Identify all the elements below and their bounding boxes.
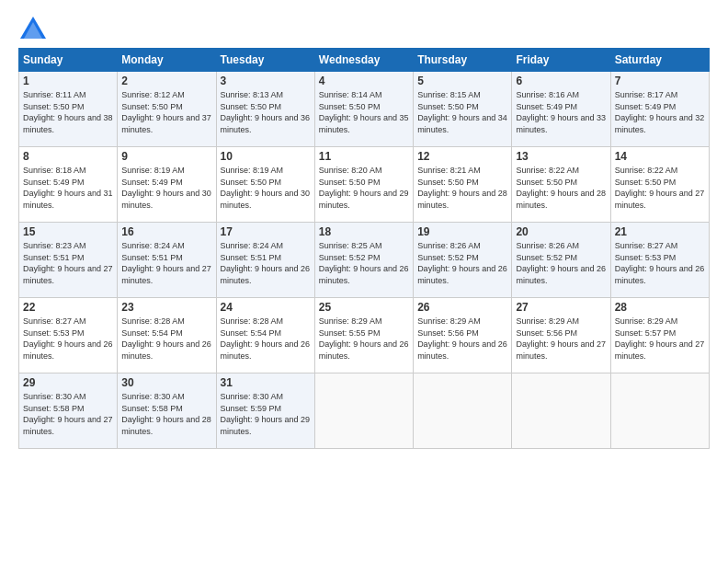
daylight: Daylight: 9 hours and 26 minutes. — [417, 264, 507, 285]
daylight: Daylight: 9 hours and 29 minutes. — [221, 415, 311, 436]
sunrise: Sunrise: 8:20 AM — [319, 166, 382, 175]
day-content: Sunrise: 8:16 AM Sunset: 5:49 PM Dayligh… — [516, 89, 606, 135]
daylight: Daylight: 9 hours and 32 minutes. — [615, 113, 705, 134]
day-header-wednesday: Wednesday — [314, 49, 413, 72]
sunset: Sunset: 5:57 PM — [615, 328, 677, 338]
sunset: Sunset: 5:51 PM — [221, 253, 282, 262]
sunrise: Sunrise: 8:29 AM — [615, 316, 678, 326]
sunset: Sunset: 5:49 PM — [121, 178, 183, 187]
sunrise: Sunrise: 8:24 AM — [221, 241, 284, 250]
sunset: Sunset: 5:49 PM — [23, 178, 85, 187]
sunrise: Sunrise: 8:19 AM — [221, 166, 284, 175]
day-number: 8 — [23, 150, 113, 163]
day-content: Sunrise: 8:22 AM Sunset: 5:50 PM Dayligh… — [615, 165, 705, 211]
daylight: Daylight: 9 hours and 29 minutes. — [319, 189, 409, 210]
daylight: Daylight: 9 hours and 26 minutes. — [417, 339, 507, 361]
calendar-cell: 27 Sunrise: 8:29 AM Sunset: 5:56 PM Dayl… — [512, 298, 610, 373]
day-number: 12 — [417, 150, 507, 163]
calendar-cell: 18 Sunrise: 8:25 AM Sunset: 5:52 PM Dayl… — [314, 223, 413, 298]
calendar-cell: 5 Sunrise: 8:15 AM Sunset: 5:50 PM Dayli… — [414, 72, 512, 147]
sunset: Sunset: 5:56 PM — [516, 328, 577, 338]
week-row-1: 1 Sunrise: 8:11 AM Sunset: 5:50 PM Dayli… — [19, 72, 710, 147]
calendar-cell: 23 Sunrise: 8:28 AM Sunset: 5:54 PM Dayl… — [118, 298, 216, 373]
sunset: Sunset: 5:50 PM — [417, 102, 479, 111]
calendar-cell: 14 Sunrise: 8:22 AM Sunset: 5:50 PM Dayl… — [610, 147, 709, 223]
sunset: Sunset: 5:50 PM — [221, 102, 282, 111]
day-number: 1 — [23, 75, 113, 87]
day-content: Sunrise: 8:11 AM Sunset: 5:50 PM Dayligh… — [23, 89, 113, 135]
day-header-friday: Friday — [512, 49, 610, 72]
day-header-saturday: Saturday — [610, 49, 709, 72]
calendar-cell: 1 Sunrise: 8:11 AM Sunset: 5:50 PM Dayli… — [19, 72, 118, 147]
day-number: 22 — [23, 301, 113, 314]
calendar-cell: 15 Sunrise: 8:23 AM Sunset: 5:51 PM Dayl… — [19, 223, 118, 298]
sunset: Sunset: 5:52 PM — [417, 253, 479, 262]
sunrise: Sunrise: 8:21 AM — [417, 166, 481, 175]
day-number: 4 — [319, 75, 409, 87]
day-number: 29 — [23, 376, 113, 389]
day-number: 7 — [615, 75, 705, 87]
sunrise: Sunrise: 8:29 AM — [417, 316, 481, 326]
sunrise: Sunrise: 8:29 AM — [516, 316, 579, 326]
sunset: Sunset: 5:49 PM — [615, 102, 677, 111]
day-number: 2 — [121, 75, 211, 87]
calendar-cell: 20 Sunrise: 8:26 AM Sunset: 5:52 PM Dayl… — [512, 223, 610, 298]
sunrise: Sunrise: 8:16 AM — [516, 90, 579, 99]
day-content: Sunrise: 8:28 AM Sunset: 5:54 PM Dayligh… — [121, 316, 211, 362]
sunrise: Sunrise: 8:19 AM — [121, 166, 185, 175]
sunrise: Sunrise: 8:18 AM — [23, 166, 86, 175]
sunset: Sunset: 5:50 PM — [516, 178, 577, 187]
day-content: Sunrise: 8:25 AM Sunset: 5:52 PM Dayligh… — [319, 240, 409, 286]
sunrise: Sunrise: 8:25 AM — [319, 241, 382, 250]
daylight: Daylight: 9 hours and 27 minutes. — [615, 189, 705, 210]
day-content: Sunrise: 8:27 AM Sunset: 5:53 PM Dayligh… — [615, 240, 705, 286]
day-header-tuesday: Tuesday — [216, 49, 314, 72]
day-number: 16 — [121, 225, 211, 238]
daylight: Daylight: 9 hours and 27 minutes. — [121, 264, 211, 285]
day-number: 9 — [121, 150, 211, 163]
day-content: Sunrise: 8:29 AM Sunset: 5:55 PM Dayligh… — [319, 316, 409, 362]
sunrise: Sunrise: 8:27 AM — [615, 241, 678, 250]
calendar-cell: 21 Sunrise: 8:27 AM Sunset: 5:53 PM Dayl… — [610, 223, 709, 298]
day-content: Sunrise: 8:22 AM Sunset: 5:50 PM Dayligh… — [516, 165, 606, 211]
calendar-cell: 4 Sunrise: 8:14 AM Sunset: 5:50 PM Dayli… — [314, 72, 413, 147]
calendar-cell: 26 Sunrise: 8:29 AM Sunset: 5:56 PM Dayl… — [414, 298, 512, 373]
daylight: Daylight: 9 hours and 26 minutes. — [121, 339, 211, 361]
day-header-thursday: Thursday — [414, 49, 512, 72]
day-content: Sunrise: 8:24 AM Sunset: 5:51 PM Dayligh… — [121, 240, 211, 286]
logo-icon — [18, 15, 48, 40]
calendar-cell: 28 Sunrise: 8:29 AM Sunset: 5:57 PM Dayl… — [610, 298, 709, 373]
day-content: Sunrise: 8:19 AM Sunset: 5:50 PM Dayligh… — [221, 165, 311, 211]
day-number: 20 — [516, 225, 606, 238]
calendar-cell: 2 Sunrise: 8:12 AM Sunset: 5:50 PM Dayli… — [118, 72, 216, 147]
daylight: Daylight: 9 hours and 28 minutes. — [417, 189, 507, 210]
day-number: 15 — [23, 225, 113, 238]
day-number: 30 — [121, 376, 211, 389]
daylight: Daylight: 9 hours and 37 minutes. — [121, 113, 211, 134]
day-content: Sunrise: 8:30 AM Sunset: 5:58 PM Dayligh… — [121, 391, 211, 437]
daylight: Daylight: 9 hours and 27 minutes. — [516, 339, 606, 361]
calendar-cell — [610, 373, 709, 449]
sunrise: Sunrise: 8:24 AM — [121, 241, 185, 250]
day-content: Sunrise: 8:21 AM Sunset: 5:50 PM Dayligh… — [417, 165, 507, 211]
day-content: Sunrise: 8:26 AM Sunset: 5:52 PM Dayligh… — [516, 240, 606, 286]
daylight: Daylight: 9 hours and 36 minutes. — [221, 113, 311, 134]
sunrise: Sunrise: 8:26 AM — [417, 241, 481, 250]
calendar-cell: 31 Sunrise: 8:30 AM Sunset: 5:59 PM Dayl… — [216, 373, 314, 449]
week-row-2: 8 Sunrise: 8:18 AM Sunset: 5:49 PM Dayli… — [19, 147, 710, 223]
daylight: Daylight: 9 hours and 28 minutes. — [121, 415, 211, 436]
calendar-cell: 8 Sunrise: 8:18 AM Sunset: 5:49 PM Dayli… — [19, 147, 118, 223]
daylight: Daylight: 9 hours and 26 minutes. — [615, 264, 705, 285]
daylight: Daylight: 9 hours and 28 minutes. — [516, 189, 606, 210]
day-number: 19 — [417, 225, 507, 238]
daylight: Daylight: 9 hours and 30 minutes. — [221, 189, 311, 210]
sunrise: Sunrise: 8:22 AM — [516, 166, 579, 175]
daylight: Daylight: 9 hours and 30 minutes. — [121, 189, 211, 210]
sunrise: Sunrise: 8:30 AM — [221, 392, 284, 401]
day-content: Sunrise: 8:12 AM Sunset: 5:50 PM Dayligh… — [121, 89, 211, 135]
sunset: Sunset: 5:50 PM — [121, 102, 183, 111]
daylight: Daylight: 9 hours and 33 minutes. — [516, 113, 606, 134]
calendar-cell: 17 Sunrise: 8:24 AM Sunset: 5:51 PM Dayl… — [216, 223, 314, 298]
sunset: Sunset: 5:50 PM — [319, 178, 381, 187]
sunset: Sunset: 5:55 PM — [319, 328, 381, 338]
